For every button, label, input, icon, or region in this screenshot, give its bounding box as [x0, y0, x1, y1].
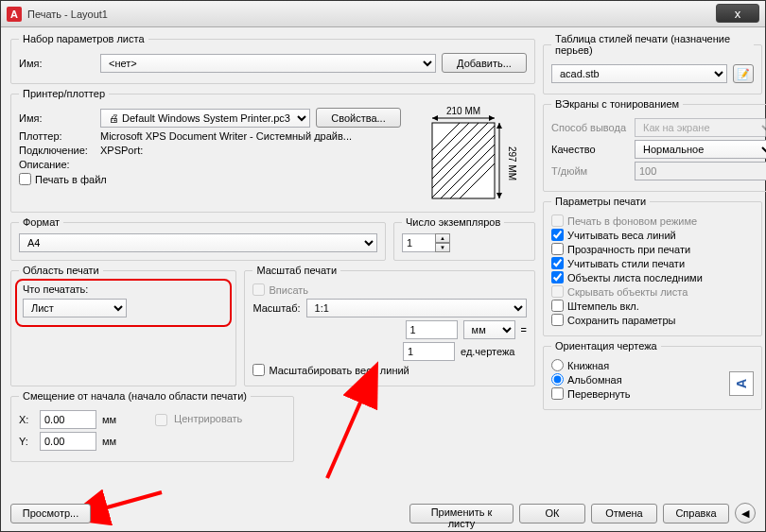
orient-flip-check[interactable]: Перевернуть [551, 387, 631, 400]
scale-legend: Масштаб печати [252, 265, 340, 276]
orient-legend: Ориентация чертежа [551, 340, 661, 352]
viewport-legend: ВЭкраны с тонированием [551, 98, 683, 110]
equals-sign: = [521, 324, 527, 335]
styles-edit-button[interactable]: 📝 [733, 64, 754, 83]
collapse-button[interactable]: ◀ [735, 503, 756, 523]
mode-select: Как на экране [635, 118, 766, 137]
quality-label: Качество [551, 144, 629, 155]
options-legend: Параметры печати [551, 196, 650, 207]
pageset-group: Набор параметров листа Имя: <нет> Добави… [10, 33, 535, 84]
offset-group: Смещение от начала (начало области печат… [10, 390, 294, 462]
footer: Просмотр... Применить к листу ОК Отмена … [10, 503, 756, 523]
format-group: Формат A4 [10, 216, 386, 261]
orient-group: Ориентация чертежа Книжная Альбомная Пер… [543, 340, 762, 410]
copies-group: Число экземпляров ▲▼ [393, 216, 535, 261]
scale-units-input[interactable] [403, 342, 455, 361]
offset-x-input[interactable] [40, 410, 96, 429]
area-group: Область печати Что печатать: Лист [10, 265, 236, 386]
paper-preview: 210 MM [409, 105, 527, 204]
center-check: Центрировать [155, 413, 242, 426]
opt-transparency-check[interactable]: Прозрачность при печати [551, 243, 690, 255]
svg-marker-16 [496, 123, 502, 129]
cancel-button[interactable]: Отмена [591, 504, 657, 523]
pageset-add-button[interactable]: Добавить... [442, 53, 527, 73]
printer-props-button[interactable]: Свойства... [316, 108, 401, 128]
quality-select[interactable]: Нормальное [635, 140, 766, 159]
styles-select[interactable]: acad.stb [551, 64, 727, 83]
copies-legend: Число экземпляров [402, 216, 504, 228]
offset-mm-2: мм [102, 436, 131, 447]
styles-legend: Таблица стилей печати (назначение перьев… [551, 33, 754, 56]
opt-plotstyles-check[interactable]: Учитывать стили печати [551, 257, 685, 269]
svg-text:210 MM: 210 MM [445, 106, 479, 116]
styles-group: Таблица стилей печати (назначение перьев… [543, 33, 762, 94]
printer-group: Принтер/плоттер Имя: 🖨 Default Windows S… [10, 88, 535, 213]
scale-group: Масштаб печати Вписать Масштаб: 1:1 мм = [244, 265, 535, 386]
printer-name-label: Имя: [19, 112, 95, 124]
app-icon: A [7, 7, 22, 22]
svg-rect-4 [432, 123, 495, 198]
units-label: ед.чертежа [461, 346, 527, 357]
opt-lw-check[interactable]: Учитывать веса линий [551, 229, 676, 241]
opt-hide-check: Скрывать объекты листа [551, 285, 688, 298]
scale-label: Масштаб: [252, 302, 300, 314]
spin-up-icon[interactable]: ▲ [435, 233, 450, 243]
pageset-name-label: Имя: [19, 58, 95, 69]
svg-marker-2 [432, 115, 438, 121]
dpi-label: Т/дюйм [551, 165, 629, 177]
area-what-label: Что печатать: [23, 283, 224, 295]
ok-button[interactable]: ОК [519, 504, 585, 523]
scale-mm-input[interactable] [406, 320, 458, 339]
opt-bg-check: Печать в фоновом режиме [551, 215, 697, 227]
offset-mm-1: мм [102, 414, 131, 425]
print-to-file-check[interactable]: Печать в файл [19, 173, 107, 185]
svg-marker-17 [496, 193, 502, 198]
print-dialog: A Печать - Layout1 x Набор параметров ли… [0, 0, 766, 532]
area-highlight: Что печатать: Лист [15, 279, 232, 327]
copies-spinner[interactable]: ▲▼ [402, 233, 450, 252]
plotter-value: Microsoft XPS Document Writer - Системны… [100, 130, 352, 142]
copies-input[interactable] [402, 233, 436, 252]
format-legend: Формат [19, 216, 63, 228]
orient-landscape-radio[interactable]: Альбомная [551, 373, 622, 386]
options-group: Параметры печати Печать в фоновом режиме… [543, 196, 762, 336]
port-value: XPSPort: [100, 145, 143, 156]
apply-button[interactable]: Применить к листу [409, 504, 514, 523]
spin-down-icon[interactable]: ▼ [435, 243, 450, 252]
scale-unit-select[interactable]: мм [463, 320, 515, 339]
svg-text:297 MM: 297 MM [507, 146, 517, 180]
orient-icon: A [729, 371, 754, 396]
printer-name-select[interactable]: 🖨 Default Windows System Printer.pc3 [100, 109, 310, 128]
mode-label: Способ вывода [551, 122, 629, 133]
opt-save-check[interactable]: Сохранить параметры [551, 314, 675, 326]
fit-check: Вписать [252, 283, 308, 296]
help-button[interactable]: Справка [663, 504, 729, 523]
desc-label: Описание: [19, 159, 95, 170]
format-select[interactable]: A4 [19, 233, 377, 252]
offset-y-input[interactable] [40, 432, 96, 451]
offset-x-label: X: [19, 414, 34, 425]
area-legend: Область печати [19, 265, 103, 276]
pageset-name-select[interactable]: <нет> [100, 54, 436, 73]
printer-legend: Принтер/плоттер [19, 88, 109, 99]
port-label: Подключение: [19, 145, 95, 156]
orient-portrait-radio[interactable]: Книжная [551, 359, 609, 371]
offset-legend: Смещение от начала (начало области печат… [19, 390, 251, 402]
plotter-label: Плоттер: [19, 130, 95, 142]
viewport-group: ВЭкраны с тонированием Способ вывода Как… [543, 98, 766, 192]
titlebar: A Печать - Layout1 x [1, 1, 765, 27]
offset-y-label: Y: [19, 436, 34, 447]
chevron-left-icon: ◀ [741, 507, 749, 520]
opt-paperspace-check[interactable]: Объекты листа последними [551, 271, 703, 283]
window-title: Печать - Layout1 [27, 9, 759, 20]
svg-marker-3 [489, 115, 495, 121]
opt-stamp-check[interactable]: Штемпель вкл. [551, 300, 639, 312]
preview-button[interactable]: Просмотр... [10, 504, 91, 523]
dpi-input [635, 162, 766, 180]
scale-select[interactable]: 1:1 [306, 299, 527, 317]
area-what-select[interactable]: Лист [23, 299, 127, 317]
close-button[interactable]: x [716, 4, 759, 23]
pageset-legend: Набор параметров листа [19, 33, 148, 44]
scale-lw-check[interactable]: Масштабировать веса линий [252, 364, 409, 376]
